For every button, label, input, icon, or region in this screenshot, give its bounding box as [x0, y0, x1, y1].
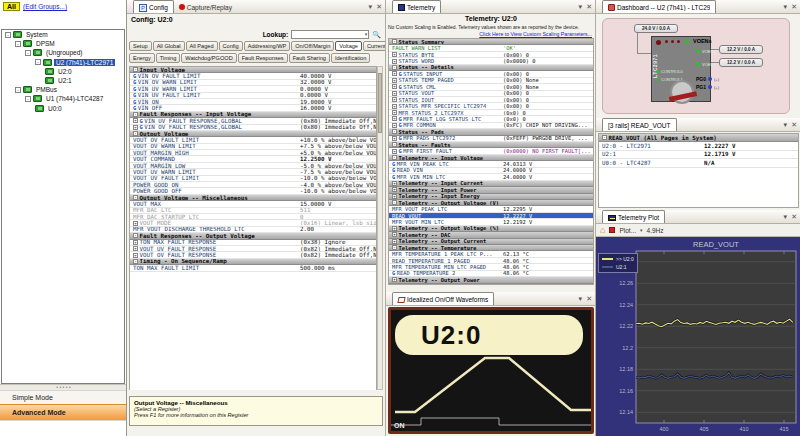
lookup-input[interactable]: [291, 30, 369, 39]
tab-telemetry-plot[interactable]: Telemetry Plot: [602, 210, 665, 223]
config-tab-watchdog-pgood[interactable]: Watchdog/PGOOD: [181, 53, 236, 63]
expand-icon[interactable]: +: [133, 125, 138, 130]
section-collapse-icon[interactable]: -: [133, 233, 138, 238]
section-collapse-icon[interactable]: -: [392, 39, 397, 44]
config-tab-on-off-margin[interactable]: On/Off/Margin: [291, 41, 334, 51]
expand-icon[interactable]: +: [133, 240, 138, 245]
config-tab-current[interactable]: Current: [363, 41, 385, 51]
legend-entry[interactable]: U2:1: [602, 264, 634, 270]
tree-expand-icon[interactable]: -: [5, 32, 11, 38]
config-tab-fault-sharing[interactable]: Fault Sharing: [289, 53, 330, 63]
expand-icon[interactable]: +: [133, 246, 138, 251]
section-collapse-icon[interactable]: +: [392, 239, 397, 244]
close-icon[interactable]: ✕: [791, 120, 797, 129]
panel-menu-icon[interactable]: ▾: [784, 212, 788, 221]
search-icon[interactable]: 🔍: [372, 31, 381, 39]
home-icon[interactable]: ⌂: [600, 226, 605, 235]
config-tab-setup[interactable]: Setup: [129, 41, 152, 51]
expand-icon[interactable]: +: [392, 91, 397, 96]
config-tab-fault-responses[interactable]: Fault Responses: [238, 53, 288, 63]
expand-icon[interactable]: +: [133, 253, 138, 258]
expand-icon[interactable]: +: [392, 149, 397, 154]
tree-item-u2-0[interactable]: U2:0: [2, 67, 124, 76]
expand-icon[interactable]: +: [392, 116, 397, 121]
all-groups-badge[interactable]: All: [3, 2, 20, 11]
expand-icon[interactable]: +: [392, 59, 397, 64]
readvout-row-u2-0-ltc2971[interactable]: U2:0 - LTC297112.2227 V: [599, 142, 798, 150]
expand-icon[interactable]: +: [133, 221, 138, 226]
expand-icon[interactable]: +: [392, 97, 397, 102]
close-icon[interactable]: ✕: [586, 2, 592, 11]
close-icon[interactable]: ✕: [791, 2, 797, 11]
config-tab-timing[interactable]: Timing: [156, 53, 181, 63]
config-tab-config[interactable]: Config: [219, 41, 243, 51]
config-tab-identification[interactable]: Identification: [331, 53, 370, 63]
simple-mode-button[interactable]: Simple Mode: [0, 390, 127, 404]
plot-menu-button[interactable]: Plot...: [619, 227, 636, 234]
vin-rail-label[interactable]: 24.0 V / 0.0 A: [634, 24, 678, 33]
expand-icon[interactable]: +: [392, 78, 397, 83]
expand-icon[interactable]: +: [392, 104, 397, 109]
section-collapse-icon[interactable]: -: [392, 65, 397, 70]
legend-entry[interactable]: >> U2:0: [602, 256, 634, 262]
expand-icon[interactable]: +: [392, 84, 397, 89]
tree-expand-icon[interactable]: -: [25, 50, 31, 56]
section-collapse-icon[interactable]: -: [392, 129, 397, 134]
tab-config[interactable]: P Config: [133, 0, 174, 13]
register-row-ton-max-fault-limit[interactable]: TON_MAX_FAULT_LIMIT500.000 ms: [130, 265, 376, 271]
readvout-row-u0-0-ltc4287[interactable]: U0:0 - LTC4287N/A: [599, 159, 798, 167]
config-tab-all-paged[interactable]: All Paged: [186, 41, 218, 51]
telemetry-plot[interactable]: 12.1412.1612.1812.212.2212.2412.2612.284…: [596, 237, 800, 436]
tree-expand-icon[interactable]: -: [35, 59, 41, 65]
custom-scaling-link[interactable]: Click Here to View Custom Scaling Parame…: [479, 31, 592, 37]
tree-expand-icon[interactable]: -: [25, 96, 31, 102]
expand-icon[interactable]: +: [133, 118, 138, 123]
section-collapse-icon[interactable]: -: [392, 142, 397, 147]
section-collapse-icon[interactable]: -: [133, 67, 138, 72]
rail1-label[interactable]: 12.2 V / 0.0 A: [719, 58, 763, 67]
config-tab-energy[interactable]: Energy: [129, 53, 155, 63]
section-collapse-icon[interactable]: +: [392, 187, 397, 192]
section-collapse-icon[interactable]: -: [602, 135, 607, 140]
expand-icon[interactable]: +: [392, 136, 397, 141]
tree-item-pmbus[interactable]: -PMBus: [2, 85, 124, 94]
expand-icon[interactable]: +: [392, 110, 397, 115]
panel-menu-icon[interactable]: ▾: [369, 2, 373, 11]
tree-item-u0-0[interactable]: U0:0: [2, 104, 124, 113]
close-icon[interactable]: ✕: [791, 212, 797, 221]
tab-waveforms[interactable]: Idealized On/Off Waveforms: [392, 292, 494, 305]
section-collapse-icon[interactable]: -: [392, 245, 397, 250]
readvout-row-u2-1[interactable]: U2:112.1719 V: [599, 151, 798, 159]
tree-expand-icon[interactable]: -: [15, 41, 21, 47]
close-icon[interactable]: ✕: [376, 2, 382, 11]
section-collapse-icon[interactable]: -: [133, 195, 138, 200]
tree-item-u1-7h44-ltc4287[interactable]: -U1 (7h44)-LTC4287: [2, 94, 124, 103]
section-collapse-icon[interactable]: -: [133, 259, 138, 264]
config-tab-all-global[interactable]: All Global: [153, 41, 185, 51]
panel-menu-icon[interactable]: ▾: [579, 2, 583, 11]
section-collapse-icon[interactable]: -: [392, 200, 397, 205]
section-collapse-icon[interactable]: +: [392, 232, 397, 237]
readvout-header[interactable]: -READ_VOUT (All Pages in System): [599, 134, 798, 142]
section-collapse-icon[interactable]: -: [133, 131, 138, 136]
rail0-label[interactable]: 12.2 V / 0.0 A: [719, 45, 763, 54]
config-tab-addressing-wp[interactable]: Addressing/WP: [244, 41, 291, 51]
tree-item-u2-1[interactable]: U2:1: [2, 76, 124, 85]
close-icon[interactable]: ✕: [586, 294, 592, 303]
section-collapse-icon[interactable]: +: [392, 194, 397, 199]
expand-icon[interactable]: +: [392, 123, 397, 128]
section-collapse-icon[interactable]: +: [392, 181, 397, 186]
panel-menu-icon[interactable]: ▾: [784, 2, 788, 11]
tab-readvout[interactable]: [3 rails] READ_VOUT: [602, 118, 677, 131]
tab-telemetry[interactable]: Telemetry: [392, 0, 441, 13]
config-scroll-thumb[interactable]: [378, 73, 382, 133]
tab-capture-replay[interactable]: Capture/Replay: [174, 0, 237, 13]
tree-item-system[interactable]: -System: [2, 30, 124, 39]
section-collapse-icon[interactable]: +: [392, 277, 397, 282]
config-tab-voltage[interactable]: Voltage: [335, 41, 362, 51]
tree-item-dpsm[interactable]: -DPSM: [2, 39, 124, 48]
chevron-down-icon[interactable]: ▾: [640, 227, 643, 233]
section-header[interactable]: +Telemetry -- Output Power: [389, 277, 593, 283]
panel-menu-icon[interactable]: ▾: [784, 120, 788, 129]
advanced-mode-button[interactable]: Advanced Mode: [0, 404, 127, 420]
